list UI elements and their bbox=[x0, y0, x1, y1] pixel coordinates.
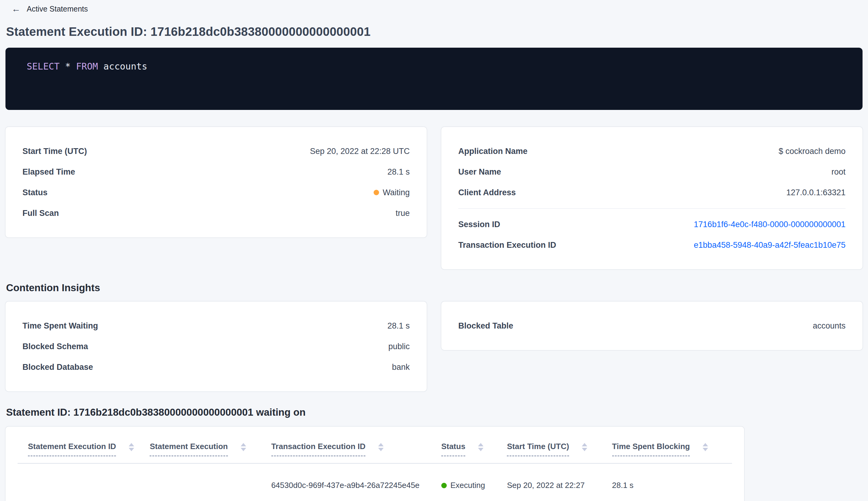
sort-icon bbox=[478, 443, 484, 451]
row-transaction-execution-id: Transaction Execution ID e1bba458-5948-4… bbox=[458, 235, 846, 255]
blocked-database-label: Blocked Database bbox=[22, 363, 93, 372]
sql-keyword: SELECT bbox=[27, 61, 59, 72]
cell-time-spent-blocking: 28.1 s bbox=[612, 463, 733, 501]
column-header-statement-execution[interactable]: Statement Execution bbox=[150, 433, 271, 463]
table-header-row: Statement Execution ID Statement Executi… bbox=[18, 433, 732, 463]
sql-statement-box: SELECT * FROM accounts bbox=[6, 48, 862, 110]
column-header-statement-execution-id[interactable]: Statement Execution ID bbox=[18, 433, 150, 463]
time-spent-waiting-value: 28.1 s bbox=[387, 321, 410, 331]
row-status: Status Waiting bbox=[22, 182, 410, 203]
sort-icon bbox=[129, 443, 134, 451]
status-label: Status bbox=[22, 188, 48, 198]
cell-status: Executing bbox=[441, 463, 507, 501]
cell-start-time: Sep 20, 2022 at 22:27 bbox=[507, 463, 612, 501]
row-elapsed-time: Elapsed Time 28.1 s bbox=[22, 161, 410, 182]
row-user-name: User Name root bbox=[458, 161, 846, 182]
row-application-name: Application Name $ cockroach demo bbox=[458, 141, 846, 161]
client-address-value: 127.0.0.1:63321 bbox=[786, 188, 846, 198]
waiting-on-heading: Statement ID: 1716b218dc0b38380000000000… bbox=[6, 407, 862, 418]
application-name-value: $ cockroach demo bbox=[779, 147, 846, 156]
execution-details-card: Start Time (UTC) Sep 20, 2022 at 22:28 U… bbox=[6, 127, 427, 237]
elapsed-time-label: Elapsed Time bbox=[22, 167, 75, 177]
sort-icon bbox=[241, 443, 246, 451]
row-full-scan: Full Scan true bbox=[22, 203, 410, 223]
full-scan-value: true bbox=[395, 209, 410, 218]
waiting-on-table-card: Statement Execution ID Statement Executi… bbox=[6, 427, 744, 501]
blocked-table-label: Blocked Table bbox=[458, 321, 513, 331]
blocked-table-card: Blocked Table accounts bbox=[441, 301, 862, 350]
blocked-table-value: accounts bbox=[813, 321, 846, 331]
user-name-label: User Name bbox=[458, 167, 501, 177]
row-blocked-database: Blocked Database bank bbox=[22, 357, 410, 377]
column-header-time-spent-blocking[interactable]: Time Spent Blocking bbox=[612, 433, 733, 463]
blocked-database-value: bank bbox=[392, 363, 410, 372]
application-name-label: Application Name bbox=[458, 147, 528, 156]
row-session-id: Session ID 1716b1f6-4e0c-f480-0000-00000… bbox=[458, 214, 846, 235]
row-client-address: Client Address 127.0.0.1:63321 bbox=[458, 182, 846, 203]
blocked-schema-value: public bbox=[388, 342, 410, 351]
row-blocked-table: Blocked Table accounts bbox=[458, 316, 846, 336]
contention-insights-heading: Contention Insights bbox=[6, 282, 862, 294]
breadcrumb-label: Active Statements bbox=[27, 4, 88, 13]
user-name-value: root bbox=[831, 167, 846, 177]
column-header-transaction-execution-id[interactable]: Transaction Execution ID bbox=[271, 433, 441, 463]
session-details-card: Application Name $ cockroach demo User N… bbox=[441, 127, 862, 269]
sql-plain: accounts bbox=[98, 61, 148, 72]
status-value: Waiting bbox=[373, 188, 410, 198]
waiting-status-dot-icon bbox=[373, 190, 379, 195]
contention-waiting-card: Time Spent Waiting 28.1 s Blocked Schema… bbox=[6, 301, 427, 391]
blocked-schema-label: Blocked Schema bbox=[22, 342, 88, 351]
sql-keyword: FROM bbox=[76, 61, 98, 72]
elapsed-time-value: 28.1 s bbox=[387, 167, 410, 177]
sort-icon bbox=[378, 443, 384, 451]
back-arrow-icon: ← bbox=[12, 4, 21, 13]
session-id-link[interactable]: 1716b1f6-4e0c-f480-0000-000000000001 bbox=[694, 220, 846, 229]
sql-statement-text: SELECT * FROM accounts bbox=[27, 61, 147, 72]
cell-statement-execution bbox=[150, 463, 271, 501]
full-scan-label: Full Scan bbox=[22, 209, 59, 218]
column-header-status[interactable]: Status bbox=[441, 433, 507, 463]
row-time-spent-waiting: Time Spent Waiting 28.1 s bbox=[22, 316, 410, 336]
cell-status-text: Executing bbox=[451, 481, 485, 490]
client-address-label: Client Address bbox=[458, 188, 516, 198]
time-spent-waiting-label: Time Spent Waiting bbox=[22, 321, 98, 331]
page-title: Statement Execution ID: 1716b218dc0b3838… bbox=[6, 25, 862, 39]
cell-transaction-execution-id: 64530d0c-969f-437e-a9b4-26a72245e45e bbox=[271, 463, 441, 501]
transaction-execution-id-label: Transaction Execution ID bbox=[458, 241, 556, 250]
status-text: Waiting bbox=[383, 188, 410, 198]
row-start-time: Start Time (UTC) Sep 20, 2022 at 22:28 U… bbox=[22, 141, 410, 161]
start-time-label: Start Time (UTC) bbox=[22, 147, 87, 156]
sort-icon bbox=[582, 443, 587, 451]
start-time-value: Sep 20, 2022 at 22:28 UTC bbox=[310, 147, 410, 156]
session-id-label: Session ID bbox=[458, 220, 500, 229]
waiting-on-table: Statement Execution ID Statement Executi… bbox=[18, 433, 732, 501]
transaction-execution-id-link[interactable]: e1bba458-5948-40a9-a42f-5feac1b10e75 bbox=[694, 241, 846, 250]
breadcrumb-active-statements[interactable]: ← Active Statements bbox=[6, 3, 88, 13]
column-header-start-time[interactable]: Start Time (UTC) bbox=[507, 433, 612, 463]
executing-status-dot-icon bbox=[441, 483, 447, 488]
sort-icon bbox=[703, 443, 708, 451]
table-row: 64530d0c-969f-437e-a9b4-26a72245e45e Exe… bbox=[18, 463, 732, 501]
sql-plain: * bbox=[59, 61, 76, 72]
card-divider bbox=[458, 208, 846, 209]
cell-statement-execution-id bbox=[18, 463, 150, 501]
row-blocked-schema: Blocked Schema public bbox=[22, 336, 410, 357]
